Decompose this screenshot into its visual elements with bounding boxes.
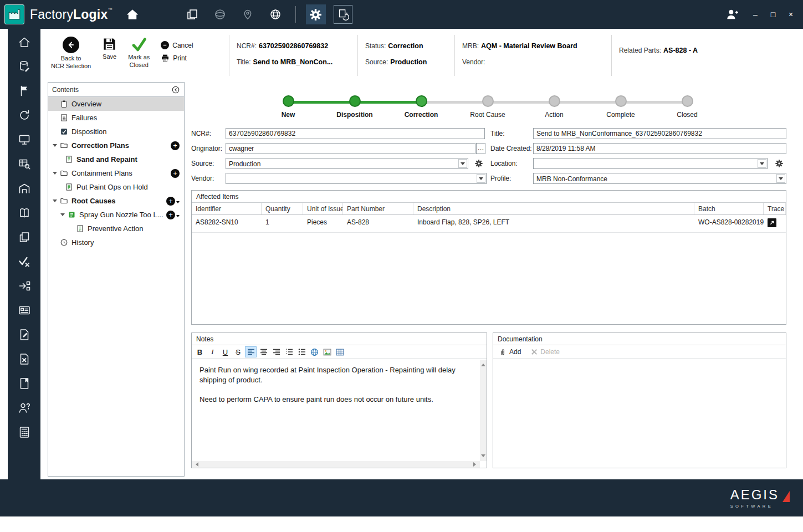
chevron-down-icon[interactable] <box>776 174 785 183</box>
contents-item-containment-plans[interactable]: Containment Plans + <box>48 166 184 180</box>
sidebar-item-sync[interactable] <box>8 109 40 122</box>
sidebar-item-document-template[interactable] <box>8 377 40 390</box>
sidebar-item-worksheet[interactable] <box>8 426 40 439</box>
insert-image-button[interactable] <box>321 346 333 357</box>
notes-vertical-scrollbar[interactable] <box>480 360 487 461</box>
column-unit-of-issue[interactable]: Unit of Issue <box>303 203 343 214</box>
add-correction-plan-button[interactable]: + <box>171 141 180 150</box>
add-root-cause-button[interactable]: + <box>166 197 175 206</box>
chevron-down-icon[interactable] <box>758 159 766 168</box>
vendor-select[interactable] <box>226 173 487 184</box>
insert-link-button[interactable] <box>309 346 320 357</box>
contents-item-disposition[interactable]: Disposition <box>48 125 184 139</box>
contents-item-overview[interactable]: Overview <box>48 97 184 111</box>
table-icon <box>336 348 344 356</box>
source-settings-gear-icon[interactable] <box>474 159 483 168</box>
expander-caret[interactable] <box>53 200 57 204</box>
contents-item-failures[interactable]: Failures <box>48 111 184 125</box>
clock-icon <box>60 238 68 247</box>
add-root-cause-menu-caret[interactable] <box>176 201 180 205</box>
column-identifier[interactable]: Identifier <box>192 203 262 214</box>
contents-item-preventive-action[interactable]: Preventive Action <box>48 222 184 236</box>
collapse-panel-icon[interactable] <box>171 85 180 94</box>
copy-button[interactable] <box>182 4 202 24</box>
underline-button[interactable]: U <box>219 346 231 357</box>
sidebar-item-stations[interactable] <box>8 133 40 146</box>
contents-item-spray-gun-nozzle[interactable]: Spray Gun Nozzle Too L... + <box>48 208 184 222</box>
add-containment-plan-button[interactable]: + <box>171 169 180 178</box>
originator-browse-button[interactable]: … <box>476 143 485 154</box>
sidebar-item-document-edit[interactable] <box>8 328 40 341</box>
ncr-input[interactable] <box>226 128 485 139</box>
bold-button[interactable]: B <box>194 346 206 357</box>
sidebar-item-copy[interactable] <box>8 231 40 244</box>
sidebar-item-document-remove[interactable] <box>8 352 40 366</box>
sidebar-item-home[interactable] <box>8 35 40 49</box>
mark-as-closed-button[interactable]: Mark asClosed <box>128 37 150 69</box>
contents-item-history[interactable]: History <box>48 236 184 249</box>
user-menu-button[interactable] <box>722 4 742 24</box>
sidebar-item-lookup[interactable] <box>8 157 40 171</box>
notes-paragraph: Paint Run on wing recorded at Paint Insp… <box>200 365 474 385</box>
location-button[interactable] <box>238 4 258 24</box>
contents-item-root-causes[interactable]: Root Causes + <box>48 194 184 208</box>
expander-caret[interactable] <box>60 213 65 218</box>
add-corrective-action-button[interactable]: + <box>166 211 175 219</box>
sidebar-item-templates[interactable] <box>8 84 40 98</box>
sidebar-item-warehouse[interactable] <box>8 182 40 195</box>
settings-button[interactable] <box>306 4 326 24</box>
sidebar-item-library[interactable] <box>8 206 40 219</box>
originator-input[interactable] <box>226 143 475 154</box>
add-corrective-action-menu-caret[interactable] <box>176 215 180 219</box>
sidebar-item-idcard[interactable] <box>8 304 40 317</box>
bulleted-list-button[interactable] <box>296 346 308 357</box>
sidebar-item-support[interactable] <box>8 401 40 415</box>
contents-item-correction-plans[interactable]: Correction Plans + <box>48 139 184 152</box>
source-select[interactable]: Production <box>226 158 468 169</box>
location-settings-gear-icon[interactable] <box>775 159 784 168</box>
active-module-button[interactable] <box>334 5 352 24</box>
chevron-down-icon[interactable] <box>477 174 485 183</box>
strikethrough-button[interactable]: S <box>232 346 244 357</box>
globe-button[interactable] <box>265 4 285 24</box>
cancel-button[interactable]: Cancel <box>161 41 193 49</box>
align-left-button[interactable] <box>245 346 257 357</box>
italic-button[interactable]: I <box>207 346 218 357</box>
delete-attachment-button[interactable]: Delete <box>531 348 560 356</box>
align-right-button[interactable] <box>270 346 282 357</box>
column-batch[interactable]: Batch <box>694 203 764 214</box>
column-trace[interactable]: Trace <box>764 203 786 214</box>
expander-caret[interactable] <box>53 144 57 149</box>
minimize-button[interactable]: – <box>751 11 760 18</box>
trace-view-icon[interactable] <box>768 218 776 227</box>
numbered-list-button[interactable] <box>283 346 295 357</box>
insert-table-button[interactable] <box>334 346 346 357</box>
column-quantity[interactable]: Quantity <box>262 203 303 214</box>
notes-editor[interactable]: Paint Run on wing recorded at Paint Insp… <box>192 360 480 461</box>
date-created-input[interactable] <box>533 143 786 154</box>
profile-select[interactable]: MRB Non-Conformance <box>533 173 786 184</box>
title-input[interactable] <box>533 128 786 139</box>
sphere-button[interactable] <box>210 4 230 24</box>
print-button[interactable]: Print <box>161 54 193 63</box>
expander-caret[interactable] <box>53 172 57 177</box>
maximize-button[interactable]: □ <box>769 11 778 18</box>
back-to-ncr-selection-button[interactable]: Back toNCR Selection <box>51 37 91 70</box>
save-button[interactable]: Save <box>102 37 117 61</box>
notes-horizontal-scrollbar[interactable] <box>192 461 480 468</box>
column-part-number[interactable]: Part Number <box>343 203 413 214</box>
table-row[interactable]: AS8282-SN10 1 Pieces AS-828 Inboard Flap… <box>192 215 786 233</box>
chevron-down-icon[interactable] <box>458 159 467 168</box>
contents-item-sand-and-repaint[interactable]: Sand and Repaint <box>48 152 184 166</box>
home-button[interactable] <box>122 4 142 24</box>
column-description[interactable]: Description <box>413 203 694 214</box>
sidebar-item-transfer[interactable] <box>8 279 40 293</box>
align-center-button[interactable] <box>258 346 269 357</box>
close-button[interactable]: × <box>786 11 795 18</box>
sidebar-item-verify[interactable] <box>8 255 40 268</box>
sidebar-item-database[interactable] <box>8 60 40 73</box>
toolbar-divider <box>357 35 358 76</box>
add-attachment-button[interactable]: Add <box>499 348 521 356</box>
location-select[interactable] <box>533 158 768 169</box>
contents-item-put-paint-ops-on-hold[interactable]: Put Paint Ops on Hold <box>48 180 184 194</box>
